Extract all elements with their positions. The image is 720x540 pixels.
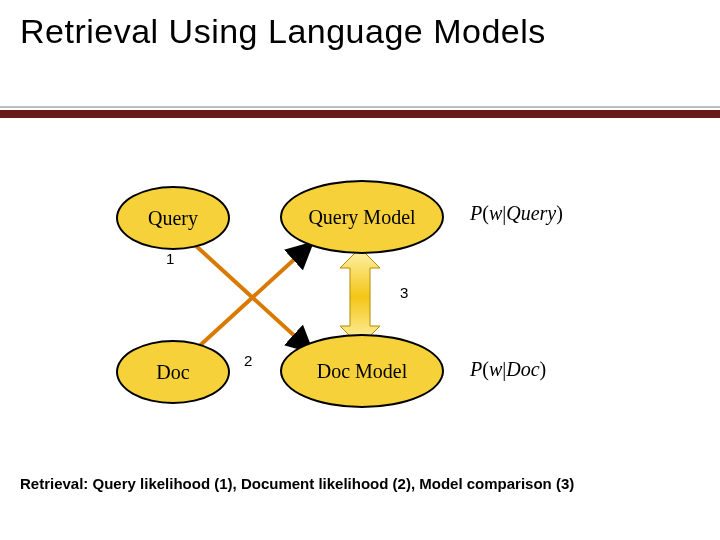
svg-line-0 — [195, 245, 310, 350]
query-model-node: Query Model — [280, 180, 444, 254]
doc-model-node: Doc Model — [280, 334, 444, 408]
formula-pw-query-inner: Query — [506, 202, 556, 224]
query-node: Query — [116, 186, 230, 250]
divider-light — [0, 106, 720, 108]
query-model-node-label: Query Model — [308, 206, 415, 229]
slide-title: Retrieval Using Language Models — [20, 12, 546, 51]
svg-line-1 — [195, 245, 310, 350]
label-1: 1 — [166, 250, 174, 267]
formula-pw-query: P(w|Query) — [470, 202, 563, 225]
arrows-layer — [0, 0, 720, 540]
formula-pw-doc-inner: Doc — [506, 358, 539, 380]
doc-node-label: Doc — [156, 361, 189, 384]
label-3: 3 — [400, 284, 408, 301]
doc-model-node-label: Doc Model — [317, 360, 408, 383]
divider-dark — [0, 110, 720, 118]
label-2: 2 — [244, 352, 252, 369]
caption: Retrieval: Query likelihood (1), Documen… — [20, 475, 574, 492]
formula-pw-doc: P(w|Doc) — [470, 358, 546, 381]
cross-arrows — [195, 245, 310, 350]
query-node-label: Query — [148, 207, 198, 230]
model-compare-arrow — [340, 248, 380, 346]
doc-node: Doc — [116, 340, 230, 404]
